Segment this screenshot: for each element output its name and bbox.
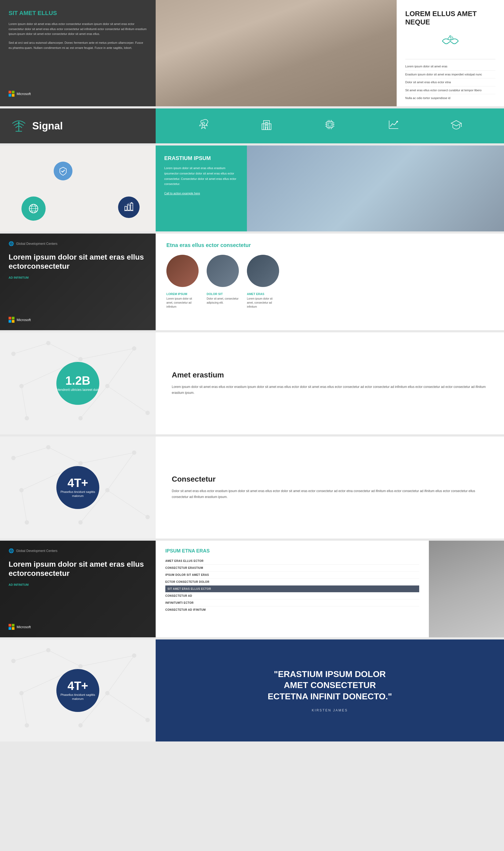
shield-circle-icon bbox=[54, 162, 72, 180]
slide3-cta-link[interactable]: Call to action example here bbox=[164, 192, 238, 195]
list-item-s7-0: AMET ERAS ELLUS ECTOR bbox=[165, 557, 419, 565]
person-label-body-1: Lorem ipsum dolor sit amet, consectetur … bbox=[166, 297, 199, 309]
ms-y-s7 bbox=[12, 627, 15, 630]
slide4-left-panel: 🌐 Global Development Centers Lorem ipsum… bbox=[0, 233, 156, 330]
slide3-photo bbox=[247, 145, 504, 231]
svg-line-87 bbox=[21, 666, 80, 693]
svg-line-67 bbox=[14, 447, 48, 458]
building-icon bbox=[260, 118, 273, 134]
svg-line-53 bbox=[21, 359, 80, 386]
svg-line-86 bbox=[80, 656, 134, 666]
slide4-sub: AD INFINITUM bbox=[8, 276, 147, 279]
svg-line-56 bbox=[21, 386, 27, 418]
svg-rect-9 bbox=[265, 122, 266, 123]
ms-g-s7 bbox=[12, 624, 15, 626]
slide7-logo-text: Global Development Centers bbox=[16, 549, 57, 553]
global-dev-logo-row: 🌐 Global Development Centers bbox=[8, 241, 147, 246]
svg-line-68 bbox=[48, 447, 80, 463]
list-item-s7-3: ECTOR CONSECTETUR DOLOR bbox=[165, 579, 419, 585]
slide4-right-title: Etna eras ellus ector consectetur bbox=[166, 242, 493, 248]
slide7-title: Lorem ipsum dolor sit amet eras ellus ec… bbox=[8, 560, 147, 578]
rocket-icon bbox=[197, 118, 210, 134]
person-label-2: DOLOR SIT Dolor sit amet, consectetur ad… bbox=[206, 292, 239, 309]
chip-icon bbox=[323, 118, 337, 134]
slide6-body: Dolor sit amet eras ellus ector erastium… bbox=[172, 488, 488, 500]
slide3-content: ERASTIUM IPSUM Lorem ipsum dolor sit ame… bbox=[156, 145, 247, 231]
person-label-title-1: LOREM IPSUM bbox=[166, 292, 199, 296]
slide7-list-panel: IPSUM ETNA ERAS AMET ERAS ELLUS ECTOR CO… bbox=[156, 541, 429, 637]
ms-squares-icon-2 bbox=[8, 317, 15, 323]
person-label-body-3: Lorem ipsum dolor sit amet, consectetur … bbox=[247, 297, 279, 309]
quote-author: KIRSTEN JAMES bbox=[263, 708, 397, 712]
slide7-photo bbox=[429, 541, 504, 637]
slide4-right-panel: Etna eras ellus ector consectetur LOREM … bbox=[156, 233, 504, 330]
ms-logo-text: Microsoft bbox=[17, 92, 31, 96]
list-item-s7-7: CONSECTETUR AD IFINITUM bbox=[165, 606, 419, 613]
svg-line-85 bbox=[48, 650, 80, 666]
globe-icon-s7: 🌐 bbox=[8, 548, 14, 553]
slide7-list: AMET ERAS ELLUS ECTOR CONSECTETUR ERASTI… bbox=[165, 557, 419, 613]
slide3-title: ERASTIUM IPSUM bbox=[164, 155, 238, 161]
svg-line-55 bbox=[107, 386, 148, 413]
ms-red-sq2 bbox=[8, 317, 11, 319]
svg-line-54 bbox=[107, 349, 134, 386]
slide2-left-panel: Signal bbox=[0, 108, 156, 143]
slide7-sub: AD INFINITUM bbox=[8, 583, 147, 586]
svg-rect-11 bbox=[265, 124, 266, 125]
list-item-s7-4: SIT AMET ERAS ELLUS ECTOR bbox=[165, 585, 419, 592]
svg-line-90 bbox=[21, 693, 27, 725]
slide2-signal-label: Signal bbox=[32, 120, 63, 132]
ms-red-square bbox=[8, 91, 11, 93]
list-item-1: Lorem ipsum dolor sit amet eras bbox=[405, 63, 496, 71]
ms-r-s7 bbox=[8, 624, 11, 626]
slide3-body: Lorem ipsum dolor sit amet eras ellus er… bbox=[164, 166, 238, 187]
ms-b-s7 bbox=[8, 627, 11, 630]
list-item-s7-5: CONSECTETUR AD bbox=[165, 592, 419, 600]
svg-point-5 bbox=[202, 122, 204, 124]
slide1-left-panel: SIT AMET ELLUS Lorem ipsum dolor sit ame… bbox=[0, 0, 156, 106]
svg-point-0 bbox=[450, 36, 451, 37]
slide7-right-panel: IPSUM ETNA ERAS AMET ERAS ELLUS ECTOR CO… bbox=[156, 541, 504, 637]
slide7-logo-row: 🌐 Global Development Centers bbox=[8, 548, 147, 553]
svg-line-89 bbox=[107, 693, 148, 720]
ms-logo-s7: Microsoft bbox=[8, 624, 147, 630]
person-circle-3 bbox=[247, 255, 279, 287]
slide7-content: 🌐 Global Development Centers Lorem ipsum… bbox=[0, 541, 156, 637]
network-bg-svg bbox=[0, 332, 156, 435]
svg-line-73 bbox=[21, 490, 27, 522]
person-circle-1 bbox=[166, 255, 199, 287]
svg-rect-12 bbox=[267, 124, 268, 125]
slide5-body: Lorem ipsum dolor sit amet eras ellus ec… bbox=[172, 384, 488, 396]
svg-line-70 bbox=[21, 463, 80, 490]
slide6-left-panel: 4T+ Phasellus tincidunt sagittis malorum bbox=[0, 437, 156, 538]
divider bbox=[405, 59, 496, 59]
slide1-body1: Lorem ipsum dolor sit amet eras ellus ec… bbox=[8, 21, 147, 36]
slide8-left-panel: 4T+ Phasellus tincidunt sagittis malorum bbox=[0, 639, 156, 742]
slide6-title: Consectetur bbox=[172, 475, 488, 483]
svg-rect-15 bbox=[328, 123, 331, 126]
svg-line-57 bbox=[80, 386, 107, 418]
quote-text: "ERASTIUM IPSUM DOLOR AMET CONSECTETUR E… bbox=[263, 669, 397, 702]
list-item-s7-2: IPSUM DOLOR SIT AMET ERAS bbox=[165, 571, 419, 579]
slide5-right-panel: Amet erastium Lorem ipsum dolor sit amet… bbox=[156, 332, 504, 435]
slide1-list: Lorem ipsum dolor sit amet eras Erastium… bbox=[405, 63, 496, 102]
list-item-s7-6: INFINITUMTI ECTOR bbox=[165, 600, 419, 606]
svg-line-91 bbox=[80, 693, 107, 725]
microsoft-logo: Microsoft bbox=[8, 91, 147, 96]
handshake-icon bbox=[405, 32, 496, 51]
svg-rect-37 bbox=[125, 207, 127, 210]
person-label-1: LOREM IPSUM Lorem ipsum dolor sit amet, … bbox=[166, 292, 199, 309]
person-label-title-2: DOLOR SIT bbox=[206, 292, 239, 296]
slide4-title: Lorem ipsum dolor sit amet eras ellus ec… bbox=[8, 253, 147, 271]
slide8-right-panel: "ERASTIUM IPSUM DOLOR AMET CONSECTETUR E… bbox=[156, 639, 504, 742]
slide6-right-panel: Consectetur Dolor sit amet eras ellus ec… bbox=[156, 437, 504, 538]
quote-container: "ERASTIUM IPSUM DOLOR AMET CONSECTETUR E… bbox=[263, 669, 397, 712]
ms-blue-square bbox=[8, 94, 11, 96]
svg-rect-13 bbox=[266, 127, 267, 130]
svg-line-51 bbox=[48, 343, 80, 359]
svg-point-40 bbox=[131, 202, 132, 203]
slide3-right-panel: ERASTIUM IPSUM Lorem ipsum dolor sit ame… bbox=[156, 145, 504, 231]
svg-point-28 bbox=[396, 121, 398, 122]
slide1-right-panel: LOREM ELLUS AMET NEQUE Lorem ipsum dolor… bbox=[397, 0, 504, 106]
list-item-2: Erastium ipsum dolor sit amet eras imper… bbox=[405, 71, 496, 79]
